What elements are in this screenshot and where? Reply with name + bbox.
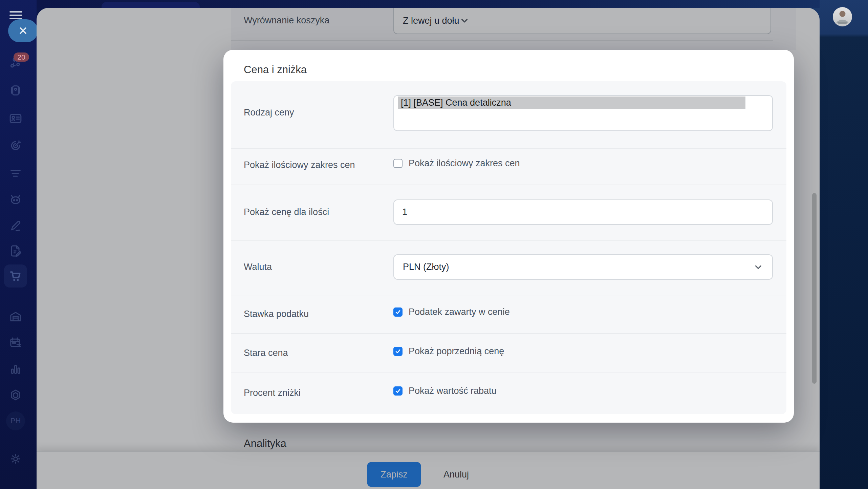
show-discount-value-checkbox[interactable] — [393, 386, 403, 396]
show-discount-value-checkbox-row[interactable]: Pokaż wartość rabatu — [393, 386, 497, 396]
dialog-form-panel: Rodzaj ceny [1] [BASE] Cena detaliczna P… — [231, 81, 786, 414]
warehouse-icon[interactable] — [4, 305, 27, 328]
pencil-icon[interactable] — [4, 214, 27, 237]
filter-lines-icon[interactable] — [4, 162, 27, 185]
bar-chart-icon[interactable] — [4, 358, 27, 381]
currency-label: Waluta — [244, 262, 272, 272]
quantity-range-checkbox-label: Pokaż ilościowy zakres cen — [409, 158, 520, 169]
quantity-range-label: Pokaż ilościowy zakres cen — [244, 160, 355, 170]
price-type-label: Rodzaj ceny — [244, 107, 294, 118]
screen: ✕ 20 — [0, 0, 868, 489]
tax-rate-label: Stawka podatku — [244, 309, 309, 319]
currency-value: PLN (Złoty) — [403, 262, 449, 272]
row-divider — [231, 296, 786, 296]
cart-icon[interactable] — [4, 264, 27, 288]
row-divider — [231, 333, 786, 334]
price-discount-dialog: Cena i zniżka Rodzaj ceny [1] [BASE] Cen… — [223, 50, 794, 423]
gear-icon[interactable] — [4, 447, 27, 470]
bot-icon[interactable] — [4, 188, 27, 211]
close-icon: ✕ — [18, 25, 28, 37]
menu-icon[interactable] — [9, 11, 22, 20]
notification-badge: 20 — [14, 52, 29, 62]
document-edit-icon[interactable] — [4, 239, 27, 262]
tax-included-checkbox-label: Podatek zawarty w cenie — [409, 307, 510, 317]
tax-included-checkbox-row[interactable]: Podatek zawarty w cenie — [393, 307, 510, 317]
sidebar: ✕ 20 — [0, 0, 37, 489]
hexagon-icon[interactable] — [4, 384, 27, 407]
dialog-title: Cena i zniżka — [244, 64, 307, 76]
price-for-quantity-input[interactable] — [393, 199, 773, 225]
show-previous-price-checkbox[interactable] — [393, 347, 403, 356]
show-discount-value-checkbox-label: Pokaż wartość rabatu — [409, 386, 497, 396]
chevron-down-icon — [753, 262, 763, 272]
price-for-quantity-label: Pokaż cenę dla ilości — [244, 207, 329, 217]
modal-scrollbar[interactable] — [812, 193, 817, 384]
ph-avatar[interactable]: PH — [6, 411, 25, 430]
id-card-icon[interactable] — [4, 107, 27, 130]
row-divider — [231, 373, 786, 373]
calendar-icon[interactable] — [4, 331, 27, 354]
device-icon[interactable] — [4, 79, 27, 102]
price-type-listbox[interactable]: [1] [BASE] Cena detaliczna — [393, 95, 773, 131]
show-previous-price-checkbox-row[interactable]: Pokaż poprzednią cenę — [393, 346, 504, 357]
row-divider — [231, 185, 786, 185]
row-divider — [231, 240, 786, 241]
close-sidebar-button[interactable]: ✕ — [8, 19, 38, 42]
currency-select[interactable]: PLN (Złoty) — [393, 254, 773, 280]
quantity-range-checkbox-row[interactable]: Pokaż ilościowy zakres cen — [393, 158, 520, 169]
tax-included-checkbox[interactable] — [393, 307, 403, 317]
hidden-header-element — [102, 2, 200, 8]
price-type-selected-option[interactable]: [1] [BASE] Cena detaliczna — [398, 97, 745, 109]
discount-percent-label: Procent zniżki — [244, 388, 301, 398]
old-price-label: Stara cena — [244, 348, 288, 358]
user-avatar[interactable] — [833, 7, 852, 26]
show-previous-price-checkbox-label: Pokaż poprzednią cenę — [409, 346, 504, 357]
target-icon[interactable] — [4, 134, 27, 157]
row-divider — [231, 148, 786, 149]
quantity-range-checkbox[interactable] — [393, 159, 403, 168]
